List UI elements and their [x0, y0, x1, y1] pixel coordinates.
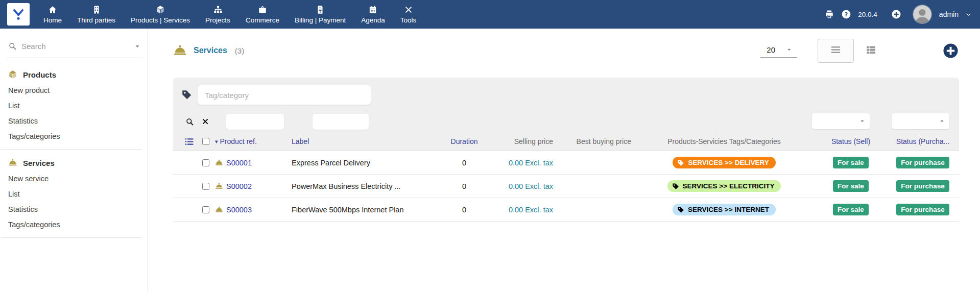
column-header-product-ref[interactable]: ▾Product ref.: [215, 137, 292, 145]
table-body: S00001 Express Parcel Delivery 0 0.00 Ex…: [173, 151, 959, 222]
column-filter-row: [173, 111, 959, 132]
sidebar-item-services-new-service[interactable]: New service: [0, 171, 148, 186]
menu-item-projects[interactable]: Projects: [198, 0, 238, 29]
sidebar-item-products-list[interactable]: List: [0, 98, 148, 113]
kanban-view-icon: [866, 44, 876, 55]
category-tag-label: SERVICES >> INTERNET: [688, 206, 769, 213]
table-row-s00001: S00001 Express Parcel Delivery 0 0.00 Ex…: [173, 151, 959, 175]
building-icon: [92, 5, 101, 14]
sidebar-item-products-statistics[interactable]: Statistics: [0, 113, 148, 129]
menu-item-third-parties[interactable]: Third parties: [69, 0, 123, 29]
print-icon[interactable]: [824, 9, 834, 19]
kanban-view-button[interactable]: [859, 39, 883, 62]
sidebar-divider: [1, 237, 141, 238]
product-label-cell: Express Parcel Delivery: [292, 159, 440, 167]
page-size-select[interactable]: 20: [760, 44, 797, 58]
sidebar-item-services-tags-categories[interactable]: Tags/categories: [0, 217, 148, 232]
services-table: ▾Product ref.LabelDurationSelling priceB…: [173, 78, 959, 222]
cube-icon: [156, 5, 165, 14]
tools-icon: [404, 5, 413, 14]
duration-cell: 0: [440, 206, 489, 214]
row-checkbox[interactable]: [202, 206, 209, 213]
category-tag-label: SERVICES >> ELECTRICITY: [683, 182, 775, 190]
column-header-label[interactable]: Label: [292, 137, 440, 145]
list-fields-icon[interactable]: [184, 137, 194, 147]
status-purchase-badge: For purchase: [896, 204, 949, 215]
selling-price-cell: 0.00 Excl. tax: [489, 206, 555, 214]
sidebar-item-products-new-product[interactable]: New product: [0, 83, 148, 98]
menu-item-agenda[interactable]: Agenda: [353, 0, 393, 29]
quick-add-icon[interactable]: [891, 9, 901, 19]
invoice-icon: [316, 5, 325, 14]
column-header-status-sell[interactable]: Status (Sell): [815, 137, 887, 145]
row-checkbox[interactable]: [202, 183, 209, 190]
list-fields-cell: [173, 137, 197, 147]
column-header-status-purcha[interactable]: Status (Purcha...: [887, 137, 959, 145]
sidebar-item-products-tags-categories[interactable]: Tags/categories: [0, 129, 148, 144]
sidebar-item-services-statistics[interactable]: Statistics: [0, 202, 148, 217]
row-checkbox[interactable]: [202, 159, 209, 166]
column-header-selling-price[interactable]: Selling price: [489, 137, 555, 145]
product-ref-link[interactable]: S00001: [226, 159, 252, 167]
column-label: Label: [292, 137, 309, 145]
select-all-cell: [197, 138, 215, 145]
duration-cell: 0: [440, 182, 489, 190]
status-sell-cell: For sale: [815, 180, 887, 192]
clear-filter-icon[interactable]: [202, 118, 209, 125]
product-ref-cell: S00003: [215, 206, 292, 214]
table-row-s00003: S00003 FiberWave 500Mbps Internet Plan 0…: [173, 198, 959, 222]
menu-item-home[interactable]: Home: [36, 0, 69, 29]
status-sell-badge: For sale: [833, 180, 869, 192]
status-sell-filter-select[interactable]: [812, 113, 870, 129]
search-caret-icon[interactable]: [134, 43, 140, 50]
menu-item-label: Projects: [205, 16, 230, 24]
category-tag-badge[interactable]: SERVICES >> DELIVERY: [673, 157, 775, 168]
column-label: Status (Sell): [831, 137, 870, 145]
apply-filter-icon[interactable]: [185, 117, 194, 126]
column-header-best-buying-price[interactable]: Best buying price: [555, 137, 633, 145]
product-label-cell: FiberWave 500Mbps Internet Plan: [292, 206, 440, 214]
tag-icon: [181, 89, 192, 100]
search-icon: [8, 42, 17, 51]
product-ref-link[interactable]: S00002: [226, 182, 252, 190]
tag-icon: [677, 159, 684, 166]
row-select-cell: [197, 206, 215, 213]
topbar-menu: HomeThird partiesProducts | ServicesProj…: [36, 0, 424, 29]
label-filter-input[interactable]: [313, 114, 369, 130]
sidebar-section-header-products[interactable]: Products: [0, 65, 148, 83]
menu-item-label: Third parties: [77, 16, 115, 24]
ref-filter-input[interactable]: [226, 114, 284, 130]
menu-item-label: Billing | Payment: [295, 16, 346, 24]
list-view-button[interactable]: [818, 39, 854, 63]
menu-item-products-services[interactable]: Products | Services: [123, 0, 198, 29]
caret-down-icon: [859, 118, 865, 124]
column-label: Best buying price: [577, 137, 631, 145]
menu-item-commerce[interactable]: Commerce: [238, 0, 287, 29]
sidebar-section-products: ProductsNew productListStatisticsTags/ca…: [0, 65, 148, 150]
select-all-checkbox[interactable]: [202, 138, 209, 145]
product-ref-link[interactable]: S00003: [226, 206, 252, 214]
help-icon[interactable]: [841, 9, 851, 19]
app-logo[interactable]: [7, 3, 30, 26]
cube-icon: [8, 70, 17, 79]
avatar[interactable]: [913, 5, 931, 23]
column-label: Selling price: [514, 137, 553, 145]
chevron-down-icon[interactable]: [965, 11, 972, 18]
menu-item-tools[interactable]: Tools: [393, 0, 424, 29]
caret-down-icon: [786, 47, 792, 53]
tag-category-filter-input[interactable]: [198, 85, 371, 105]
sidebar-section-header-services[interactable]: Services: [0, 154, 148, 171]
dolibarr-logo-icon: [11, 7, 26, 22]
menu-item-label: Products | Services: [131, 16, 190, 24]
status-purchase-filter-select[interactable]: [892, 113, 949, 129]
column-header-duration[interactable]: Duration: [440, 137, 489, 145]
title-group: Services (3): [173, 44, 244, 58]
sidebar-item-services-list[interactable]: List: [0, 186, 148, 202]
new-service-button[interactable]: [942, 42, 959, 59]
user-menu[interactable]: admin: [939, 10, 959, 18]
menu-item-billing-payment[interactable]: Billing | Payment: [287, 0, 353, 29]
category-tag-badge[interactable]: SERVICES >> INTERNET: [673, 204, 776, 215]
category-tag-badge[interactable]: SERVICES >> ELECTRICITY: [667, 180, 781, 192]
column-header-products-servicies-tags-categories[interactable]: Products-Servicies Tags/Categories: [633, 137, 815, 145]
search-input[interactable]: [21, 42, 130, 51]
